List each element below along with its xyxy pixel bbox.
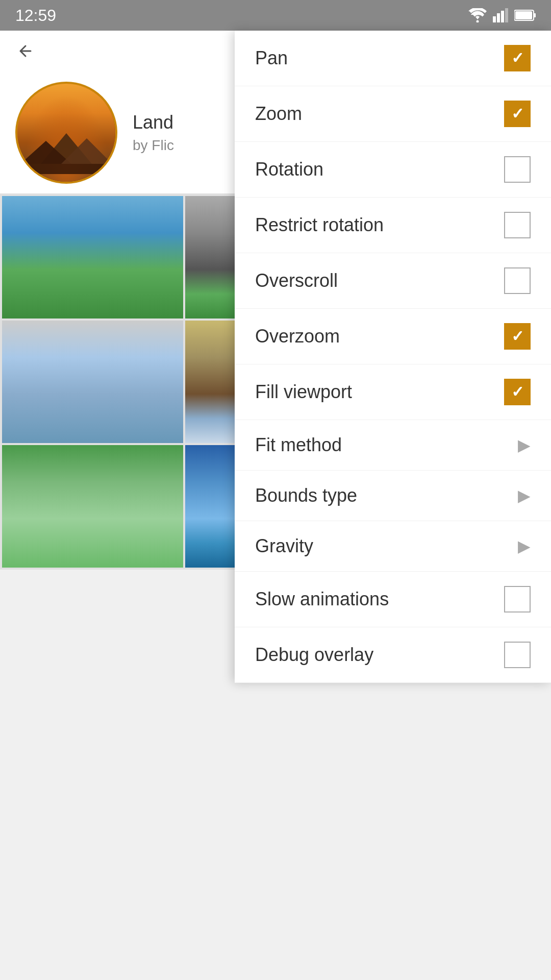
- menu-item-rotation[interactable]: Rotation: [235, 142, 551, 198]
- checkbox-zoom[interactable]: ✓: [504, 101, 531, 127]
- photo-cell[interactable]: [2, 196, 183, 318]
- profile-name: Land: [133, 112, 174, 133]
- avatar: [15, 82, 117, 184]
- menu-item-overscroll[interactable]: Overscroll: [235, 253, 551, 309]
- svg-rect-6: [534, 13, 536, 17]
- menu-label-fit-method: Fit method: [255, 434, 342, 456]
- svg-rect-2: [497, 13, 500, 22]
- checkbox-overzoom[interactable]: ✓: [504, 323, 531, 350]
- wifi-icon: [468, 8, 487, 22]
- svg-rect-4: [505, 8, 508, 22]
- photo-cell[interactable]: [2, 445, 183, 568]
- svg-rect-1: [493, 16, 496, 22]
- menu-item-restrict-rotation[interactable]: Restrict rotation: [235, 198, 551, 253]
- chevron-right-icon-gravity: ▶: [518, 536, 531, 556]
- menu-label-gravity: Gravity: [255, 535, 313, 557]
- svg-rect-3: [501, 11, 504, 22]
- menu-label-zoom: Zoom: [255, 103, 302, 125]
- menu-label-overscroll: Overscroll: [255, 270, 338, 291]
- dropdown-menu: Pan✓Zoom✓RotationRestrict rotationOversc…: [235, 31, 551, 683]
- menu-item-zoom[interactable]: Zoom✓: [235, 86, 551, 142]
- profile-text: Land by Flic: [133, 112, 174, 154]
- menu-item-pan[interactable]: Pan✓: [235, 31, 551, 86]
- checkbox-slow-animations[interactable]: [504, 586, 531, 612]
- photo-cell[interactable]: [2, 321, 183, 443]
- checkmark-icon: ✓: [511, 51, 524, 66]
- svg-point-0: [477, 20, 479, 23]
- checkmark-icon: ✓: [511, 329, 524, 344]
- status-bar: 12:59: [0, 0, 551, 31]
- menu-item-fill-viewport[interactable]: Fill viewport✓: [235, 364, 551, 420]
- menu-label-pan: Pan: [255, 47, 288, 69]
- profile-sub: by Flic: [133, 137, 174, 154]
- checkbox-restrict-rotation[interactable]: [504, 212, 531, 238]
- menu-label-slow-animations: Slow animations: [255, 589, 389, 610]
- menu-label-fill-viewport: Fill viewport: [255, 381, 352, 403]
- svg-rect-11: [20, 164, 112, 174]
- status-icons: [468, 8, 536, 22]
- menu-item-overzoom[interactable]: Overzoom✓: [235, 309, 551, 364]
- chevron-right-icon-fit-method: ▶: [518, 435, 531, 455]
- checkmark-icon: ✓: [511, 384, 524, 400]
- checkbox-rotation[interactable]: [504, 156, 531, 183]
- menu-label-bounds-type: Bounds type: [255, 485, 357, 506]
- back-button[interactable]: [10, 36, 41, 66]
- menu-label-debug-overlay: Debug overlay: [255, 644, 373, 666]
- chevron-right-icon-bounds-type: ▶: [518, 486, 531, 505]
- checkbox-pan[interactable]: ✓: [504, 45, 531, 71]
- checkmark-icon: ✓: [511, 106, 524, 121]
- battery-icon: [514, 9, 536, 21]
- menu-item-fit-method[interactable]: Fit method▶: [235, 420, 551, 471]
- menu-label-overzoom: Overzoom: [255, 326, 340, 347]
- status-time: 12:59: [15, 6, 56, 25]
- menu-label-rotation: Rotation: [255, 159, 323, 180]
- menu-item-debug-overlay[interactable]: Debug overlay: [235, 627, 551, 683]
- checkbox-fill-viewport[interactable]: ✓: [504, 379, 531, 405]
- menu-label-restrict-rotation: Restrict rotation: [255, 214, 384, 236]
- checkbox-overscroll[interactable]: [504, 267, 531, 294]
- mountain-svg: [20, 123, 112, 174]
- checkbox-debug-overlay[interactable]: [504, 642, 531, 668]
- menu-item-bounds-type[interactable]: Bounds type▶: [235, 471, 551, 521]
- signal-icon: [493, 8, 508, 22]
- svg-rect-7: [515, 11, 532, 19]
- menu-item-gravity[interactable]: Gravity▶: [235, 521, 551, 572]
- menu-item-slow-animations[interactable]: Slow animations: [235, 572, 551, 627]
